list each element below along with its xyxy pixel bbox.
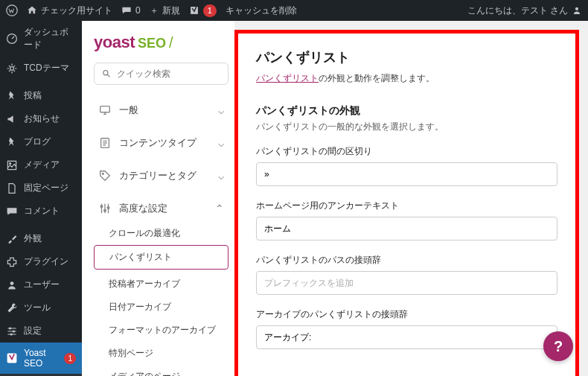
separator-input[interactable] — [256, 162, 557, 186]
wp-logo[interactable] — [6, 4, 18, 16]
comments-count: 0 — [135, 5, 141, 16]
menu-pages-label: 固定ページ — [24, 182, 68, 194]
yoast-notification-badge: 1 — [203, 4, 217, 17]
anchor-text-input[interactable] — [256, 217, 557, 240]
svg-point-15 — [104, 209, 106, 211]
breadcrumbs-doc-link[interactable]: パンくずリスト — [256, 73, 319, 83]
menu-media-label: メディア — [24, 159, 60, 171]
pin-icon — [6, 136, 18, 148]
brush-icon — [6, 233, 18, 245]
menu-announce-label: お知らせ — [24, 112, 60, 125]
yoast-update-badge: 1 — [64, 353, 76, 364]
dashboard-icon — [6, 33, 18, 45]
help-button[interactable]: ? — [543, 331, 573, 361]
yoast-logo-text: yoast — [94, 33, 135, 52]
subnav-crawl[interactable]: クロールの最適化 — [94, 222, 229, 245]
section-appearance-title: パンくずリストの外観 — [256, 104, 557, 118]
chevron-up-icon: ⌃ — [215, 203, 224, 214]
wrench-icon — [6, 302, 18, 314]
user-icon — [572, 5, 582, 16]
svg-point-6 — [9, 327, 11, 329]
menu-posts[interactable]: 投稿 — [0, 84, 82, 107]
new-label: 新規 — [162, 4, 180, 17]
menu-appearance-label: 外観 — [24, 232, 42, 245]
menu-dashboard-label: ダッシュボード — [24, 26, 76, 51]
svg-point-1 — [575, 7, 578, 10]
wp-admin-sidebar: ダッシュボード TCDテーマ 投稿 お知らせ ブログ メディア 固定ページ — [0, 21, 82, 376]
menu-tools[interactable]: ツール — [0, 296, 82, 319]
user-icon — [6, 279, 18, 291]
nav-advanced-label: 高度な設定 — [119, 202, 167, 215]
menu-comments[interactable]: コメント — [0, 200, 82, 223]
nav-general[interactable]: 一般 ⌵ — [94, 97, 229, 124]
subnav-special-pages[interactable]: 特別ページ — [94, 342, 229, 365]
archive-prefix-input[interactable] — [256, 325, 557, 349]
yoast-icon — [189, 5, 199, 16]
field-anchor-label: ホームページ用のアンカーテキスト — [256, 200, 557, 212]
sliders-icon — [98, 202, 112, 215]
yoast-icon — [6, 352, 18, 364]
home-icon — [27, 5, 37, 16]
svg-point-7 — [13, 330, 15, 332]
yoast-adminbar-link[interactable]: 1 — [189, 4, 217, 17]
svg-rect-11 — [100, 106, 110, 112]
menu-pages[interactable]: 固定ページ — [0, 176, 82, 200]
menu-tools-label: ツール — [24, 302, 51, 314]
nav-general-label: 一般 — [119, 103, 138, 117]
subnav-breadcrumbs[interactable]: パンくずリスト — [94, 245, 229, 270]
menu-plugins[interactable]: プラグイン — [0, 250, 82, 273]
subnav-author-archive[interactable]: 投稿者アーカイブ — [94, 273, 229, 296]
nav-categories-label: カテゴリーとタグ — [119, 169, 196, 182]
desktop-icon — [98, 103, 112, 117]
plugin-icon — [6, 256, 18, 268]
page-description-rest: の外観と動作を調整します。 — [319, 73, 435, 83]
svg-point-8 — [10, 333, 13, 335]
svg-point-3 — [10, 66, 14, 70]
search-input[interactable] — [117, 68, 220, 79]
yoast-logo: yoast SEO / — [94, 33, 229, 52]
quick-search[interactable] — [94, 63, 229, 85]
page-description: パンくずリストの外観と動作を調整します。 — [256, 72, 557, 85]
menu-blog-label: ブログ — [24, 136, 51, 148]
chevron-down-icon: ⌵ — [218, 170, 224, 182]
svg-point-16 — [107, 207, 109, 209]
nav-content-types[interactable]: コンテンツタイプ ⌵ — [94, 130, 229, 156]
highlighted-frame: パンくずリスト パンくずリストの外観と動作を調整します。 パンくずリストの外観 … — [234, 30, 579, 376]
user-greeting[interactable]: こんにちは、テスト さん — [467, 4, 582, 17]
chevron-down-icon: ⌵ — [218, 137, 224, 149]
subnav-format-archive[interactable]: フォーマットのアーカイブ — [94, 319, 229, 342]
menu-posts-label: 投稿 — [24, 89, 42, 102]
new-content-link[interactable]: ＋ 新規 — [150, 4, 180, 17]
cache-label: キャッシュを削除 — [226, 4, 297, 17]
menu-yoast-label: Yoast SEO — [24, 348, 55, 369]
svg-point-5 — [10, 281, 14, 285]
field-archive-label: アーカイブのパンくずリストの接頭辞 — [256, 308, 557, 321]
menu-blog[interactable]: ブログ — [0, 130, 82, 153]
prefix-input[interactable] — [256, 271, 557, 295]
field-prefix-label: パンくずリストのパスの接頭辞 — [256, 254, 557, 267]
nav-advanced[interactable]: 高度な設定 ⌃ — [94, 195, 229, 222]
menu-users[interactable]: ユーザー — [0, 273, 82, 296]
menu-dashboard[interactable]: ダッシュボード — [0, 21, 82, 57]
field-separator-label: パンくずリストの間の区切り — [256, 145, 557, 158]
subnav-media-pages[interactable]: メディアのページ — [94, 365, 229, 376]
document-icon — [98, 136, 112, 150]
comments-link[interactable]: 0 — [121, 5, 141, 16]
megaphone-icon — [6, 113, 18, 125]
menu-appearance[interactable]: 外観 — [0, 227, 82, 250]
sliders-icon — [6, 325, 18, 337]
greeting-text: こんにちは、テスト さん — [467, 4, 568, 17]
page-icon — [6, 182, 18, 194]
chevron-down-icon: ⌵ — [218, 104, 224, 116]
nav-categories-tags[interactable]: カテゴリーとタグ ⌵ — [94, 162, 229, 189]
menu-settings[interactable]: 設定 — [0, 319, 82, 342]
menu-tcd-theme[interactable]: TCDテーマ — [0, 57, 82, 80]
subnav-date-archive[interactable]: 日付アーカイブ — [94, 296, 229, 319]
menu-users-label: ユーザー — [24, 278, 60, 291]
menu-announce[interactable]: お知らせ — [0, 107, 82, 130]
menu-media[interactable]: メディア — [0, 153, 82, 176]
yoast-logo-seo: SEO — [138, 36, 166, 51]
site-name-link[interactable]: チェック用サイト — [27, 4, 112, 17]
cache-delete-link[interactable]: キャッシュを削除 — [226, 4, 297, 17]
menu-yoast-seo[interactable]: Yoast SEO 1 — [0, 342, 82, 374]
